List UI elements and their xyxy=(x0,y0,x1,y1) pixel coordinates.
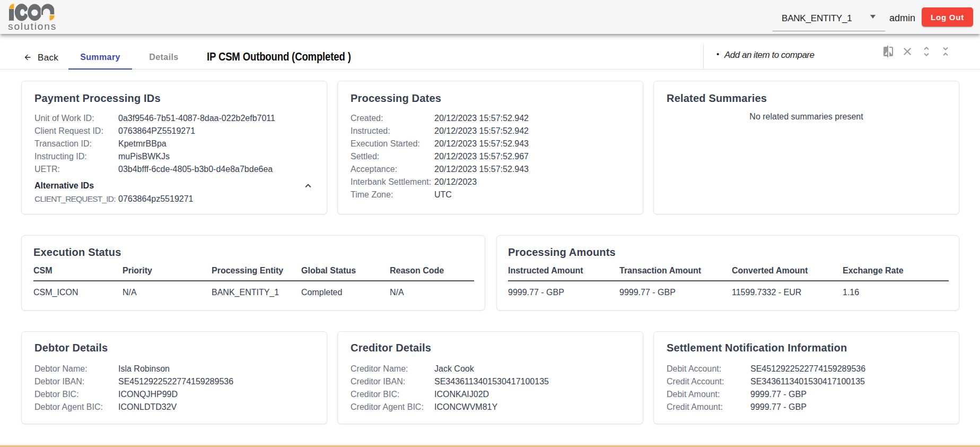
svg-text:solutions: solutions xyxy=(8,21,57,32)
